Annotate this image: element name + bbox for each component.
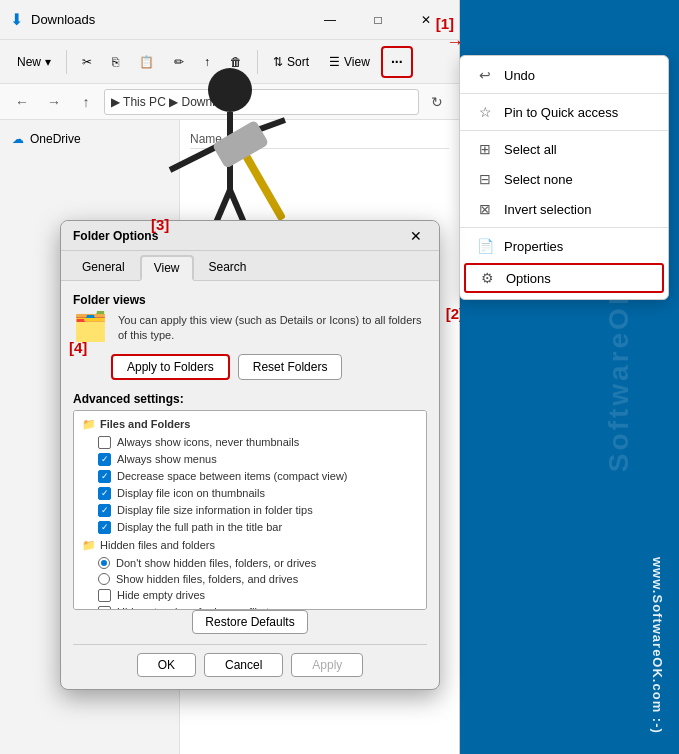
sort-label: Sort — [287, 55, 309, 69]
menu-item-select-none-label: Select none — [504, 172, 573, 187]
cancel-button[interactable]: Cancel — [204, 653, 283, 677]
radio-show-hidden[interactable] — [98, 573, 110, 585]
view-button[interactable]: ☰ View — [320, 46, 379, 78]
share-button[interactable]: ↑ — [195, 46, 219, 78]
invert-icon: ⊠ — [476, 201, 494, 217]
refresh-button[interactable]: ↻ — [423, 88, 451, 116]
radio-dont-show[interactable] — [98, 557, 110, 569]
menu-item-select-none[interactable]: ⊟ Select none — [460, 164, 668, 194]
right-panel-watermark: SoftwareOK — [603, 282, 635, 472]
rename-button[interactable]: ✏ — [165, 46, 193, 78]
menu-item-pin[interactable]: ☆ Pin to Quick access — [460, 97, 668, 127]
dialog-footer-buttons: OK Cancel Apply — [73, 644, 427, 677]
onedrive-icon: ☁ — [12, 132, 24, 146]
sidebar-item-onedrive[interactable]: ☁ OneDrive — [0, 128, 179, 150]
window-title: Downloads — [31, 12, 95, 27]
new-button[interactable]: New ▾ — [8, 46, 60, 78]
checkbox-hide-empty[interactable] — [98, 589, 111, 602]
cut-button[interactable]: ✂ — [73, 46, 101, 78]
folder-views-content: 🗂️ You can apply this view (such as Deta… — [73, 313, 427, 344]
menu-divider-3 — [460, 227, 668, 228]
new-dropdown-icon: ▾ — [45, 55, 51, 69]
adv-item-label-4: Display file icon on thumbnails — [117, 487, 265, 499]
apply-button[interactable]: Apply — [291, 653, 363, 677]
tab-general[interactable]: General — [69, 255, 138, 280]
menu-item-undo[interactable]: ↩ Undo — [460, 60, 668, 90]
up-button[interactable]: ↑ — [72, 88, 100, 116]
adv-item-label-2: Always show menus — [117, 453, 217, 465]
menu-item-invert[interactable]: ⊠ Invert selection — [460, 194, 668, 224]
adv-item-label-9: Hide empty drives — [117, 589, 205, 601]
delete-icon: 🗑 — [230, 55, 242, 69]
adv-item-dont-show[interactable]: Don't show hidden files, folders, or dri… — [74, 555, 426, 571]
adv-item-compact[interactable]: ✓ Decrease space between items (compact … — [74, 468, 426, 485]
checkbox-hide-extensions[interactable] — [98, 606, 111, 610]
menu-item-select-all-label: Select all — [504, 142, 557, 157]
more-options-button[interactable]: ··· — [381, 46, 413, 78]
dialog-close-button[interactable]: ✕ — [405, 225, 427, 247]
advanced-settings-list[interactable]: 📁 Files and Folders Always show icons, n… — [73, 410, 427, 610]
delete-button[interactable]: 🗑 — [221, 46, 251, 78]
adv-item-label-3: Decrease space between items (compact vi… — [117, 470, 347, 482]
hidden-cat-label: Hidden files and folders — [100, 539, 215, 551]
radio-inner — [101, 560, 107, 566]
annotation-3-label: [3] — [151, 216, 169, 233]
column-header-name: Name — [190, 130, 449, 149]
select-all-icon: ⊞ — [476, 141, 494, 157]
dialog-tabs: General View Search — [61, 251, 439, 281]
cut-icon: ✂ — [82, 55, 92, 69]
maximize-button[interactable]: □ — [355, 4, 401, 36]
checkbox-always-menus[interactable]: ✓ — [98, 453, 111, 466]
checkbox-always-icons[interactable] — [98, 436, 111, 449]
sort-button[interactable]: ⇅ Sort — [264, 46, 318, 78]
share-icon: ↑ — [204, 55, 210, 69]
adv-item-hide-empty[interactable]: Hide empty drives — [74, 587, 426, 604]
back-button[interactable]: ← — [8, 88, 36, 116]
paste-button[interactable]: 📋 — [130, 46, 163, 78]
adv-item-full-path[interactable]: ✓ Display the full path in the title bar — [74, 519, 426, 536]
checkbox-full-path[interactable]: ✓ — [98, 521, 111, 534]
menu-item-options[interactable]: ⚙ Options — [464, 263, 664, 293]
address-input[interactable]: ▶ This PC ▶ Downloads — [104, 89, 419, 115]
sidebar-item-label: OneDrive — [30, 132, 81, 146]
folder-options-dialog: [3] Folder Options ✕ General View Search… — [60, 220, 440, 690]
context-menu: ↩ Undo ☆ Pin to Quick access ⊞ Select al… — [459, 55, 669, 300]
annotation-4: [4] — [69, 339, 87, 356]
adv-item-file-icon[interactable]: ✓ Display file icon on thumbnails — [74, 485, 426, 502]
forward-button[interactable]: → — [40, 88, 68, 116]
menu-item-pin-label: Pin to Quick access — [504, 105, 618, 120]
tab-search[interactable]: Search — [196, 255, 260, 280]
minimize-button[interactable]: — — [307, 4, 353, 36]
title-bar: ⬇ Downloads — □ ✕ — [0, 0, 459, 40]
advanced-settings-label: Advanced settings: — [73, 392, 427, 406]
apply-to-folders-button[interactable]: Apply to Folders — [111, 354, 230, 380]
pin-icon: ☆ — [476, 104, 494, 120]
ok-button[interactable]: OK — [137, 653, 196, 677]
adv-item-always-menus[interactable]: ✓ Always show menus — [74, 451, 426, 468]
menu-divider-2 — [460, 130, 668, 131]
dialog-title-bar: Folder Options ✕ — [61, 221, 439, 251]
checkbox-compact[interactable]: ✓ — [98, 470, 111, 483]
dialog-title: Folder Options — [73, 229, 405, 243]
menu-item-properties-label: Properties — [504, 239, 563, 254]
checkbox-file-icon[interactable]: ✓ — [98, 487, 111, 500]
menu-item-select-all[interactable]: ⊞ Select all — [460, 134, 668, 164]
website-label: www.SoftwareOK.com :-) — [650, 557, 665, 734]
tab-view[interactable]: View — [140, 255, 194, 281]
paste-icon: 📋 — [139, 55, 154, 69]
category-folder-icon: 📁 — [82, 418, 96, 431]
reset-folders-button[interactable]: Reset Folders — [238, 354, 343, 380]
checkbox-file-size[interactable]: ✓ — [98, 504, 111, 517]
menu-item-properties[interactable]: 📄 Properties — [460, 231, 668, 261]
menu-divider-1 — [460, 93, 668, 94]
adv-item-always-icons[interactable]: Always show icons, never thumbnails — [74, 434, 426, 451]
adv-item-label-8: Show hidden files, folders, and drives — [116, 573, 298, 585]
adv-item-hide-extensions[interactable]: Hide extensions for known file types — [74, 604, 426, 610]
adv-item-show-hidden[interactable]: Show hidden files, folders, and drives — [74, 571, 426, 587]
adv-item-file-size[interactable]: ✓ Display file size information in folde… — [74, 502, 426, 519]
restore-defaults-button[interactable]: Restore Defaults — [192, 610, 307, 634]
annotation-3: [3] — [151, 216, 169, 233]
window-controls: — □ ✕ — [307, 4, 449, 36]
view-label: View — [344, 55, 370, 69]
copy-button[interactable]: ⎘ — [103, 46, 128, 78]
